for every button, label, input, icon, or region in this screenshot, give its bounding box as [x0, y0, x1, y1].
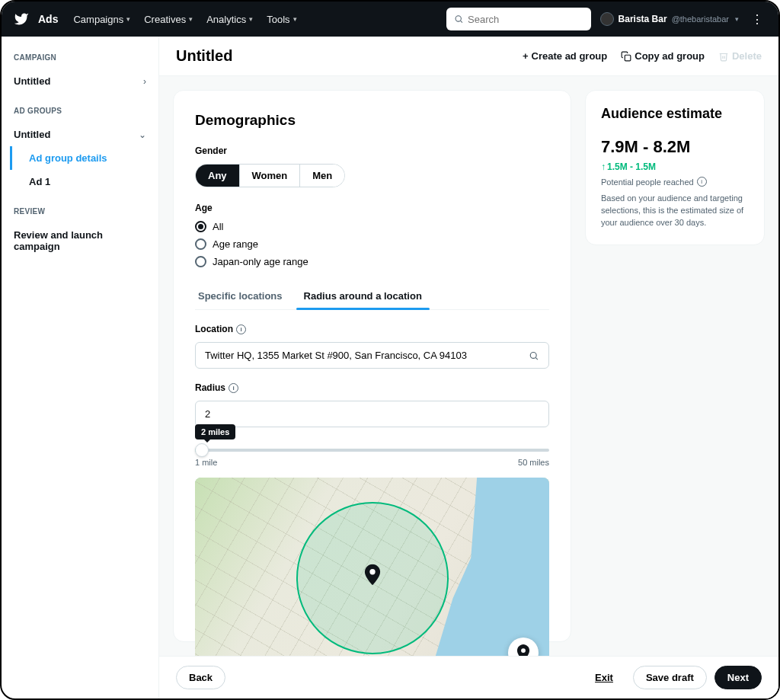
- topbar: Ads Campaigns▾ Creatives▾ Analytics▾ Too…: [2, 2, 778, 37]
- radius-label: Radiusi: [195, 382, 549, 393]
- gender-label: Gender: [195, 145, 549, 156]
- gender-women[interactable]: Women: [240, 165, 301, 187]
- sidebar-section-review: REVIEW: [2, 207, 158, 216]
- map-preview[interactable]: [195, 478, 549, 656]
- location-label: Locationi: [195, 324, 549, 334]
- estimate-delta: ↑1.5M - 1.5M: [601, 161, 656, 172]
- gender-men[interactable]: Men: [300, 165, 344, 187]
- demographics-card: Demographics Gender Any Women Men Age Al…: [173, 90, 571, 642]
- more-menu-icon[interactable]: ⋮: [748, 12, 766, 27]
- left-sidebar: CAMPAIGN Untitled › AD GROUPS Untitled ⌄…: [2, 37, 159, 698]
- svg-point-3: [531, 352, 537, 358]
- age-japan[interactable]: Japan-only age range: [195, 256, 549, 267]
- svg-point-5: [369, 569, 375, 574]
- age-label: Age: [195, 203, 549, 213]
- slider-tooltip: 2 miles: [195, 424, 235, 439]
- svg-line-4: [536, 357, 538, 359]
- svg-line-1: [460, 21, 462, 22]
- svg-point-0: [456, 16, 461, 21]
- map-pin-icon: [364, 564, 381, 588]
- chevron-down-icon: ⌄: [139, 129, 146, 140]
- tab-radius[interactable]: Radius around a location: [301, 283, 425, 309]
- trash-icon: [718, 51, 729, 62]
- save-draft-button[interactable]: Save draft: [633, 666, 707, 689]
- sidebar-item-campaign[interactable]: Untitled ›: [2, 69, 158, 93]
- info-icon[interactable]: i: [229, 383, 238, 393]
- account-name: Barista Bar: [619, 14, 667, 24]
- sidebar-sub-ad1[interactable]: Ad 1: [23, 170, 158, 193]
- info-icon[interactable]: i: [236, 324, 246, 334]
- nav-campaigns[interactable]: Campaigns▾: [73, 14, 130, 25]
- age-all[interactable]: All: [195, 221, 549, 232]
- brand-label: Ads: [38, 13, 58, 25]
- svg-rect-2: [625, 55, 631, 61]
- page-header: Untitled +Create ad group Copy ad group …: [159, 37, 778, 76]
- page-title: Untitled: [176, 47, 232, 65]
- chevron-right-icon: ›: [143, 76, 146, 87]
- radius-input[interactable]: [205, 408, 539, 420]
- avatar: [600, 12, 614, 26]
- sidebar-sub-adgroup-details[interactable]: Ad group details: [10, 146, 158, 170]
- page-footer: Back Exit Save draft Next: [159, 656, 778, 698]
- location-input-wrap[interactable]: [195, 342, 549, 369]
- chevron-down-icon: ▾: [735, 15, 739, 23]
- nav-creatives[interactable]: Creatives▾: [144, 14, 193, 25]
- svg-point-6: [521, 648, 526, 653]
- global-search[interactable]: [446, 8, 591, 30]
- search-input[interactable]: [468, 14, 583, 25]
- search-icon: [454, 14, 463, 24]
- chevron-down-icon: ▾: [293, 15, 297, 23]
- nav-analytics[interactable]: Analytics▾: [206, 14, 253, 25]
- back-button[interactable]: Back: [176, 666, 225, 689]
- slider-thumb[interactable]: [195, 443, 209, 457]
- audience-estimate-card: Audience estimate 7.9M - 8.2M ↑1.5M - 1.…: [585, 90, 765, 245]
- estimate-heading: Audience estimate: [601, 106, 749, 122]
- sidebar-item-adgroup[interactable]: Untitled ⌄: [2, 123, 158, 146]
- nav-tools[interactable]: Tools▾: [267, 14, 296, 25]
- chevron-down-icon: ▾: [189, 15, 193, 23]
- location-input[interactable]: [205, 350, 529, 361]
- account-handle: @thebaristabar: [672, 14, 729, 24]
- copy-icon: [621, 51, 631, 62]
- chevron-down-icon: ▾: [249, 15, 253, 23]
- estimate-value: 7.9M - 8.2M: [601, 137, 690, 157]
- estimate-description: Based on your audience and targeting sel…: [601, 193, 749, 229]
- sidebar-section-adgroups: AD GROUPS: [2, 107, 158, 115]
- radius-slider[interactable]: 2 miles: [195, 449, 549, 452]
- slider-range-labels: 1 mile 50 miles: [195, 458, 549, 467]
- age-radio-group: All Age range Japan-only age range: [195, 221, 549, 267]
- radius-input-wrap[interactable]: [195, 401, 549, 427]
- account-switcher[interactable]: Barista Bar @thebaristabar ▾: [600, 12, 739, 26]
- demographics-heading: Demographics: [195, 112, 549, 129]
- info-icon[interactable]: i: [697, 177, 707, 187]
- plus-icon: +: [523, 50, 529, 62]
- delete-button: Delete: [718, 50, 762, 62]
- create-ad-group-button[interactable]: +Create ad group: [523, 50, 607, 62]
- location-tabs: Specific locations Radius around a locat…: [195, 283, 549, 310]
- arrow-up-icon: ↑: [601, 161, 606, 172]
- top-nav: Campaigns▾ Creatives▾ Analytics▾ Tools▾: [73, 14, 296, 25]
- sidebar-item-review[interactable]: Review and launch campaign: [2, 223, 158, 258]
- copy-ad-group-button[interactable]: Copy ad group: [621, 50, 705, 62]
- twitter-logo-icon: [14, 11, 29, 27]
- estimate-sublabel: Potential people reachedi: [601, 177, 749, 187]
- chevron-down-icon: ▾: [126, 15, 130, 23]
- gender-segmented: Any Women Men: [195, 164, 345, 187]
- tab-specific-locations[interactable]: Specific locations: [195, 283, 286, 309]
- search-icon: [529, 350, 539, 361]
- exit-button[interactable]: Exit: [583, 666, 625, 689]
- next-button[interactable]: Next: [714, 666, 762, 689]
- gender-any[interactable]: Any: [196, 165, 240, 187]
- age-range[interactable]: Age range: [195, 238, 549, 250]
- sidebar-section-campaign: CAMPAIGN: [2, 53, 158, 62]
